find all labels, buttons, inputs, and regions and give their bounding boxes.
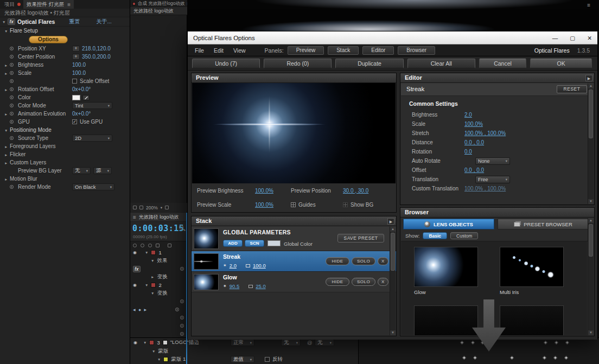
twirl-down-icon[interactable]: ▼	[4, 29, 8, 33]
reset-button[interactable]: RESET	[557, 85, 587, 93]
tab-effect-controls[interactable]: 效果控件 灯光层 ≡	[23, 0, 74, 9]
mask-name[interactable]: 蒙版 1	[171, 356, 186, 363]
flicker-group[interactable]: ► Flicker	[0, 150, 130, 158]
browser-item-multi-iris[interactable]: Multi Iris	[500, 247, 564, 295]
panel-expand-icon[interactable]: ▶	[387, 218, 394, 225]
property-row[interactable]	[130, 330, 187, 338]
stopwatch-icon[interactable]	[10, 55, 14, 59]
foreground-layers-group[interactable]: ► Foreground Layers	[0, 142, 130, 150]
hide-button[interactable]: HIDE	[326, 278, 349, 286]
snapshot-icon[interactable]	[133, 206, 137, 209]
param-value[interactable]: 100.0%	[464, 121, 483, 127]
preview-bg-source-dropdown[interactable]: 源 ▾	[93, 167, 112, 174]
mask-invert-checkbox[interactable]	[265, 357, 270, 362]
stack-layer-streak[interactable]: Streak ✶ 2.0 100.0 HIDE SOLO X	[192, 251, 396, 272]
ok-button[interactable]: OK	[530, 59, 592, 68]
comp-viewer-tab[interactable]: 合成 光效路径logo动效 ≡	[130, 0, 187, 7]
point-picker-button[interactable]: +	[72, 54, 80, 60]
layer-label-chip[interactable]	[151, 283, 156, 288]
keyframe-nav-icon[interactable]: ◀ ◆ ▶	[133, 308, 148, 311]
twirl-down-icon[interactable]: ▼	[157, 357, 161, 361]
effect-fx-row[interactable]: fx	[130, 265, 187, 273]
panel-expand-icon[interactable]: ▶	[585, 75, 592, 81]
eye-icon[interactable]: ◉	[133, 250, 137, 255]
use-gpu-checkbox[interactable]: ✓	[72, 119, 77, 124]
auto-rotate-dropdown[interactable]: None ▾	[475, 157, 510, 165]
scroll-up-icon[interactable]: ▲	[588, 218, 594, 223]
transform-group-row-2[interactable]: ▼ 变换	[130, 289, 187, 297]
preview-bg-layer-dropdown[interactable]: 无 ▾	[72, 167, 91, 174]
scrollbar-thumb[interactable]	[391, 233, 395, 271]
eyedropper-icon[interactable]	[82, 95, 90, 100]
twirl-down-icon[interactable]: ▼	[4, 129, 8, 132]
eye-icon[interactable]: ◉	[133, 340, 137, 345]
scroll-down-icon[interactable]: ▼	[588, 330, 594, 335]
stopwatch-icon[interactable]	[10, 104, 14, 107]
color-swatch[interactable]	[72, 95, 80, 100]
twirl-down-icon[interactable]: ▼	[145, 283, 148, 287]
menu-view[interactable]: View	[228, 47, 251, 54]
basic-filter-button[interactable]: Basic	[423, 232, 447, 239]
dialog-titlebar[interactable]: Optical Flares Options — ▢ ✕	[188, 31, 597, 44]
param-value[interactable]: 218.0,120.0	[82, 46, 111, 52]
preview-brightness-value[interactable]: 100.0%	[255, 188, 273, 194]
global-color-swatch[interactable]	[267, 240, 281, 246]
param-value[interactable]: 0.0 , 0.0	[464, 139, 484, 145]
stopwatch-icon[interactable]	[180, 267, 184, 271]
twirl-right-icon[interactable]: ►	[4, 63, 8, 67]
editor-scrollbar[interactable]: ▲ ▼	[588, 84, 594, 204]
layer-scale-value[interactable]: 100.0	[253, 263, 266, 269]
scrollbar-thumb[interactable]	[589, 90, 593, 138]
browser-panel-header[interactable]: Browser	[400, 208, 594, 218]
effect-header-row[interactable]: ▼ fx Optical Flares 重置 关于...	[0, 17, 130, 27]
zoom-level[interactable]: 200%	[146, 205, 158, 210]
stopwatch-icon[interactable]	[10, 95, 14, 99]
flare-setup-group[interactable]: ▼ Flare Setup	[0, 27, 130, 35]
preview-position-value[interactable]: 30.0 , 30.0	[343, 188, 368, 194]
stopwatch-icon[interactable]	[10, 112, 14, 116]
parent-dropdown[interactable]: 无 ▾	[315, 339, 334, 346]
blend-mode-dropdown[interactable]: 正常 ▾	[231, 339, 254, 346]
twirl-right-icon[interactable]: ►	[4, 177, 8, 181]
motion-blur-group[interactable]: ► Motion Blur	[0, 175, 130, 183]
twirl-down-icon[interactable]: ▼	[2, 20, 5, 24]
clear-all-button[interactable]: Clear All	[407, 59, 475, 68]
twirl-down-icon[interactable]: ▼	[152, 349, 155, 353]
solo-button[interactable]: SOLO	[352, 257, 375, 265]
param-value[interactable]: 100.0% , 100.0%	[464, 186, 506, 191]
param-value[interactable]: 2.0	[464, 112, 472, 118]
reset-link[interactable]: 重置	[69, 18, 80, 25]
magnifier-icon[interactable]	[179, 225, 183, 229]
twirl-right-icon[interactable]: ►	[4, 153, 8, 157]
layer-label-chip[interactable]	[149, 340, 154, 345]
stopwatch-icon[interactable]	[10, 63, 14, 67]
layer-name[interactable]: "LOGO"描边	[170, 339, 199, 346]
render-mode-dropdown[interactable]: On Black ▾	[72, 183, 114, 190]
layer-brightness-value[interactable]: 90.5	[230, 283, 240, 289]
positioning-mode-group[interactable]: ▼ Positioning Mode	[0, 126, 130, 134]
minimize-button[interactable]: —	[552, 35, 558, 41]
track-matte-dropdown[interactable]: 无 ▾	[281, 339, 301, 346]
custom-filter-button[interactable]: Custom	[450, 232, 478, 239]
stopwatch-icon[interactable]	[175, 308, 179, 311]
scn-button[interactable]: SCN	[245, 240, 264, 247]
stack-layer-glow[interactable]: Glow ✶ 90.5 25.0 HIDE SOLO X	[192, 272, 396, 292]
solo-button[interactable]: SOLO	[352, 278, 375, 286]
menu-edit[interactable]: Edit	[209, 47, 228, 54]
current-timecode[interactable]: 0:00:03:15	[132, 223, 184, 233]
partial-item-thumbnail[interactable]	[500, 305, 564, 335]
lens-objects-tab[interactable]: LENS OBJECTS	[403, 219, 494, 229]
menu-file[interactable]: File	[190, 47, 209, 54]
about-link[interactable]: 关于...	[96, 18, 111, 25]
twirl-right-icon[interactable]: ►	[4, 145, 8, 149]
show-bg-label[interactable]: Show BG	[351, 202, 373, 208]
param-value[interactable]: 100.0% , 100.0%	[464, 130, 506, 136]
stack-panel-header[interactable]: Stack ▶	[192, 216, 396, 226]
scrollbar-thumb[interactable]	[589, 224, 593, 257]
layer-scale-value[interactable]: 25.0	[256, 283, 266, 289]
scale-offset-checkbox[interactable]	[72, 79, 77, 84]
layer-brightness-value[interactable]: 2.0	[230, 263, 237, 269]
stopwatch-icon[interactable]	[10, 136, 14, 140]
panel-button-editor[interactable]: Editor	[362, 46, 394, 55]
mask-group-row[interactable]: ▼ 蒙版	[130, 347, 599, 355]
